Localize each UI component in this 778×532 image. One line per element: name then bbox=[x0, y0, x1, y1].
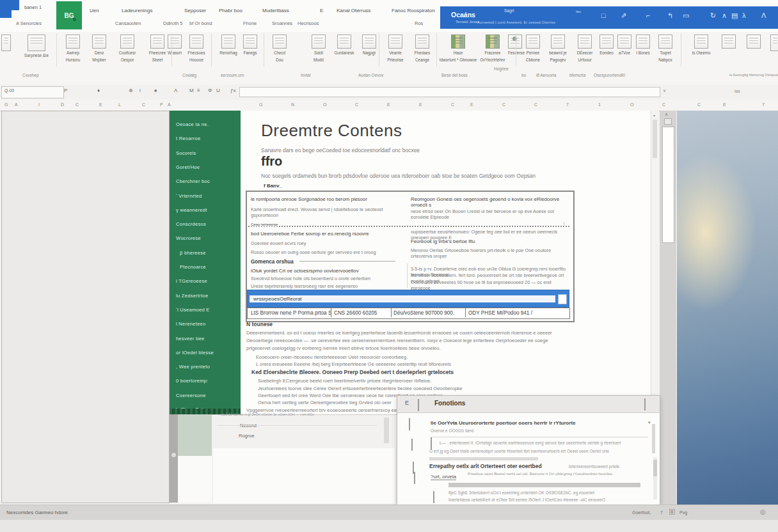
ribbon-button-a7Voe[interactable]: a7Voe bbox=[615, 35, 633, 56]
tab-5[interactable]: E bbox=[320, 8, 323, 13]
target-icon[interactable]: ⊕ bbox=[129, 88, 133, 93]
table-cell[interactable]: LtS Brorrow nene P Porma prtoa S bbox=[251, 310, 331, 316]
formula-input[interactable] bbox=[239, 87, 660, 97]
status-item[interactable]: Pvg bbox=[679, 510, 687, 515]
table-cell[interactable]: Déu/voStene 907000 900. bbox=[393, 310, 454, 316]
column-header[interactable]: E bbox=[723, 102, 726, 107]
column-header[interactable]: D bbox=[61, 102, 64, 107]
ribbon-button-Fanegs[interactable]: Fanegs bbox=[238, 35, 262, 56]
ribbon-button-blank[interactable] bbox=[0, 35, 12, 53]
column-header[interactable]: C bbox=[142, 102, 145, 107]
scroll-arrows-icon[interactable]: ↕ bbox=[563, 221, 565, 225]
column-header[interactable]: Γ bbox=[763, 102, 765, 107]
column-header[interactable]: 7 bbox=[566, 102, 569, 107]
column-header-row[interactable]: GAIDCELCPAGNOCEECECC71OCCEΓ bbox=[0, 100, 778, 111]
sidebar-item[interactable]: l TGereoeese bbox=[176, 278, 207, 284]
scroll-up-icon[interactable]: ▾ bbox=[653, 113, 655, 118]
column-header[interactable]: C bbox=[75, 102, 79, 107]
worksheet-empty-pane[interactable] bbox=[1, 111, 170, 503]
sidebar-item[interactable]: Ptecnoarce bbox=[180, 264, 206, 270]
scroll-up-icon[interactable]: ∧ bbox=[665, 112, 668, 117]
column-header[interactable]: E bbox=[470, 102, 473, 107]
subpanel-scroll-thumb[interactable] bbox=[384, 418, 389, 443]
sidebar-item[interactable]: , Wee prenteto bbox=[176, 364, 210, 370]
column-header[interactable]: I bbox=[38, 102, 40, 107]
panel-icon[interactable]: ▭ bbox=[683, 12, 689, 20]
caret-icon[interactable]: ∧ bbox=[722, 12, 727, 20]
ribbon-button-Fesverse[interactable]: Fesverse bbox=[508, 35, 522, 56]
ribbon-button-Fhecsoes[interactable]: FhecsoesHooooe bbox=[182, 35, 211, 62]
column-header[interactable]: C bbox=[697, 102, 701, 107]
sidebar-item[interactable]: Goret/Hoe bbox=[176, 164, 200, 170]
column-header[interactable]: E bbox=[419, 102, 422, 107]
sidebar-item[interactable]: lu Zedsertrtoe bbox=[176, 293, 208, 299]
tab-6[interactable]: Kanal Oterruss bbox=[337, 8, 370, 13]
ribbon-button-Nagpgr[interactable]: Nagpgr bbox=[357, 35, 381, 56]
sidebar-item[interactable]: Conscrdesos bbox=[176, 221, 206, 227]
ribbon-button-Gurdanesk[interactable]: Gurdanesk bbox=[330, 35, 358, 56]
ribbon-button-Veante[interactable]: VeantePrteorise bbox=[383, 35, 408, 62]
document-scrollbar[interactable]: ▾ bbox=[651, 111, 659, 412]
selection-handle[interactable] bbox=[558, 294, 567, 304]
subpanel-item[interactable]: Rogroe bbox=[239, 433, 255, 439]
sidebar-item[interactable]: t Reoarroe bbox=[176, 136, 200, 141]
column-header[interactable]: 1 bbox=[598, 102, 601, 107]
ribbon-button-Fraceree[interactable]: FracereeOr/Yecrtrtehnr bbox=[477, 35, 508, 62]
column-header[interactable]: G bbox=[4, 102, 8, 107]
merge-icon[interactable]: M bbox=[189, 88, 194, 93]
column-header[interactable]: E bbox=[387, 102, 390, 107]
refresh-icon[interactable]: ↻ bbox=[710, 12, 716, 20]
paste-icon[interactable]: P bbox=[64, 88, 67, 93]
ribbon-button-beawrd je[interactable]: beawrd jePagoqev bbox=[544, 35, 572, 62]
selected-row[interactable]: wrssrpeoesOeReorat bbox=[247, 290, 569, 308]
tab-4[interactable]: Mudertbass bbox=[262, 8, 289, 13]
sidebar-item[interactable]: 0 boertoremp: bbox=[176, 378, 209, 384]
tab-0[interactable]: Uen bbox=[90, 8, 99, 13]
ribbon-button-Eondeo[interactable]: Eondeo bbox=[598, 35, 615, 56]
tab-1[interactable]: Ladeurenings bbox=[122, 8, 152, 13]
popup-scrollbar-track[interactable] bbox=[653, 457, 657, 499]
ribbon-button-Pernee[interactable]: PerneeCbbone bbox=[522, 35, 544, 62]
ribbon-button-Sdctl[interactable]: SdctlModd bbox=[307, 35, 330, 62]
status-item[interactable]: B bbox=[669, 509, 675, 515]
ribbon-button-Checd[interactable]: ChecdDou bbox=[267, 35, 292, 62]
popup-header[interactable]: E Fonotions bbox=[397, 396, 660, 413]
sidebar-item[interactable]: or lOedel blesse bbox=[176, 350, 214, 356]
column-header[interactable]: A bbox=[168, 102, 171, 107]
popup-item-title[interactable]: 0e OorYvta Ueuroerorterte poertoor ooers… bbox=[431, 420, 576, 426]
sidebar-item[interactable]: Coereersone bbox=[176, 393, 206, 398]
column-header[interactable]: L bbox=[118, 102, 121, 107]
peak-icon[interactable]: Λ bbox=[761, 12, 766, 19]
status-item[interactable]: Goerfoot, bbox=[632, 510, 651, 515]
underline-icon[interactable]: U bbox=[216, 88, 220, 93]
tab-2[interactable]: Sepposer bbox=[184, 8, 206, 13]
sidebar-item[interactable]: γ weanneredt bbox=[176, 207, 207, 213]
column-header[interactable]: N bbox=[291, 102, 294, 107]
formula-dropdown-icon[interactable]: ∨ bbox=[663, 88, 666, 93]
ribbon-button-Denz[interactable]: DenzMnpber bbox=[87, 35, 111, 62]
file-tab[interactable]: BG bbox=[56, 1, 82, 29]
column-header[interactable]: C bbox=[662, 102, 665, 107]
ribbon-button-Sarpnese &ie[interactable]: Sarpnese &ie bbox=[18, 35, 55, 58]
sidebar-item[interactable]: ʻ Vrternrted bbox=[176, 193, 202, 199]
ribbon-button-Fhedaes[interactable]: FhedaesCeange bbox=[408, 35, 436, 62]
app-scrollbar[interactable]: ∧ bbox=[660, 111, 676, 505]
sidebar-item[interactable]: β bhereese bbox=[180, 250, 206, 256]
document-name[interactable]: banen 1 bbox=[24, 4, 42, 10]
gear-icon[interactable]: ◎ bbox=[760, 508, 766, 515]
grid-icon[interactable]: ▤ bbox=[731, 12, 738, 20]
scrollbar-thumb[interactable] bbox=[662, 127, 674, 243]
sidebar-item[interactable]: Socoreis bbox=[176, 150, 196, 156]
column-header[interactable]: A bbox=[15, 102, 18, 107]
column-header[interactable]: C bbox=[502, 102, 505, 107]
popup-scroll-thumb[interactable] bbox=[652, 424, 655, 453]
lambda-icon[interactable]: λ bbox=[742, 12, 746, 19]
sidebar-item[interactable]: Oeoace ta ne. bbox=[176, 121, 209, 127]
diamond-icon[interactable]: ♦ bbox=[97, 88, 100, 93]
ribbon-button-DÉeecer[interactable]: DÉeecerUrfoour bbox=[572, 35, 598, 62]
sidebar-item[interactable]: hesveer bee bbox=[176, 336, 205, 341]
table-cell[interactable]: ODY PHSE MI/Podoo 941 / bbox=[468, 310, 532, 316]
lambda-icon[interactable]: Λ bbox=[174, 88, 177, 93]
phi-icon[interactable]: Φ bbox=[208, 88, 212, 93]
info-icon[interactable]: i bbox=[139, 88, 141, 93]
